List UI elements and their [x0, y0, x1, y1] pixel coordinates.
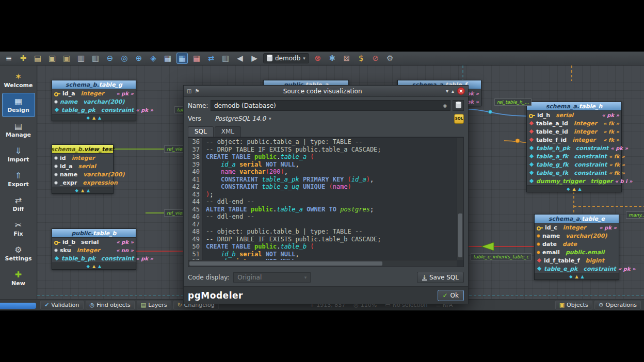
- print-model-icon[interactable]: ▥: [75, 53, 87, 64]
- table-row[interactable]: table_f_idinteger« fk »: [527, 136, 621, 144]
- tab-sql[interactable]: SQL: [188, 126, 214, 137]
- sidebar-item-export[interactable]: ⇑Export: [2, 167, 35, 191]
- tab-xml[interactable]: XML: [215, 126, 241, 137]
- sidebar-item-fix[interactable]: ✂Fix: [2, 217, 35, 241]
- statusbar-tab-validation[interactable]: ✔Validation: [40, 301, 84, 309]
- table-row[interactable]: namevarchar(200): [52, 170, 113, 178]
- database-icon-button[interactable]: [453, 100, 464, 111]
- relationship-label[interactable]: table_e_inherits_table_c: [471, 253, 532, 260]
- dialog-titlebar[interactable]: ◫ ⚑ Source code visualization ▾ ▴ ×: [184, 86, 468, 97]
- plugins-icon[interactable]: ⚙: [384, 53, 396, 64]
- database-combo[interactable]: demodb ▾: [263, 53, 309, 63]
- new-model-icon[interactable]: ✚: [18, 53, 29, 64]
- table-row[interactable]: table_e_idinteger« fk »: [527, 127, 621, 136]
- connection-point: [516, 139, 520, 143]
- table-row[interactable]: idinteger: [52, 154, 113, 162]
- name-input[interactable]: demodb (Database) ◉: [211, 100, 450, 111]
- relationship-label[interactable]: rel_table_h_...: [494, 98, 532, 106]
- sidebar-item-import[interactable]: ⇓Import: [2, 142, 35, 167]
- relationship-label[interactable]: many...: [626, 211, 644, 219]
- chevron-down-icon[interactable]: ▾: [446, 88, 448, 94]
- nav-forward-icon[interactable]: ▶: [249, 53, 260, 64]
- db-table-view_test[interactable]: schema_b.view_testidintegerid_aserialnam…: [52, 144, 114, 194]
- donate-icon[interactable]: $: [356, 53, 367, 64]
- table-row[interactable]: id_aserial: [52, 162, 113, 170]
- zoom-out-icon[interactable]: ⊖: [104, 53, 116, 64]
- clear-icon[interactable]: ◉: [443, 103, 447, 108]
- sidebar-item-new[interactable]: ✚New: [2, 266, 35, 290]
- disable-icon[interactable]: ⊘: [370, 53, 381, 64]
- table-row[interactable]: emailpublic.email: [535, 248, 619, 256]
- scrollbar-thumb[interactable]: [458, 213, 462, 257]
- arrange-objects-icon[interactable]: ▥: [220, 53, 231, 64]
- table-row[interactable]: table_e_fkconstraint« fk »: [527, 169, 621, 177]
- table-row[interactable]: datedate: [535, 240, 619, 248]
- table-row[interactable]: table_a_fkconstraint« fk »: [527, 152, 621, 160]
- code-text: name varchar(200),: [203, 168, 288, 176]
- table-row[interactable]: dummy_triggertrigger« b i »: [527, 177, 621, 185]
- column-name: table_b_pk: [61, 255, 95, 262]
- pin-icon[interactable]: ⚑: [195, 88, 199, 94]
- save-all-icon[interactable]: ▣: [61, 53, 72, 64]
- table-row[interactable]: table_g_fkconstraint« fk »: [527, 160, 621, 169]
- code-display-dropdown[interactable]: Original ▾: [233, 272, 311, 283]
- overview-icon[interactable]: ◈: [148, 53, 159, 64]
- scrollbar-thumb[interactable]: [189, 261, 382, 266]
- trash-icon[interactable]: ⊠: [341, 53, 352, 64]
- table-row[interactable]: id_ainteger« pk »: [52, 89, 136, 97]
- column-name: _expr: [60, 179, 77, 186]
- table-row[interactable]: table_a_idinteger« fk »: [527, 119, 621, 127]
- table-row[interactable]: id_bserial« pk »: [52, 238, 136, 246]
- table-row[interactable]: namevarchar(200): [535, 232, 619, 240]
- db-table-table_h[interactable]: schema_a.table_hid_hserial« pk »table_a_…: [526, 102, 622, 192]
- nav-back-icon[interactable]: ◀: [234, 53, 246, 64]
- vertical-scrollbar[interactable]: [457, 138, 463, 260]
- table-row[interactable]: table_g_pkconstraint« pk »: [52, 106, 136, 114]
- show-grid-icon[interactable]: ▦: [162, 53, 173, 64]
- statusbar-tab-operations[interactable]: ⚙Operations: [594, 301, 641, 309]
- chevron-up-icon[interactable]: ▴: [452, 88, 454, 94]
- statusbar-tab-find-objects[interactable]: ◎Find objects: [86, 301, 135, 309]
- main-menu-icon[interactable]: ≡: [3, 53, 14, 64]
- close-icon[interactable]: ×: [457, 87, 465, 95]
- table-row[interactable]: id_cinteger« pk »: [535, 223, 619, 232]
- table-row[interactable]: _exprexpression: [52, 178, 113, 187]
- table-row[interactable]: table_h_pkconstraint« pk »: [527, 144, 621, 152]
- code-text: -- DROP TABLE IF EXISTS public.table_a C…: [203, 146, 381, 154]
- model-metadata-icon[interactable]: ✱: [327, 53, 338, 64]
- statusbar-tab-layers[interactable]: ▤Layers: [137, 301, 171, 309]
- sidebar-item-manage[interactable]: ▤Manage: [2, 118, 35, 142]
- save-model-icon[interactable]: ▣: [46, 53, 58, 64]
- db-table-table_b[interactable]: public.table_bid_bserial« pk »skuinteger…: [52, 228, 136, 270]
- align-grid-icon[interactable]: ▦: [176, 53, 188, 64]
- db-table-table_g[interactable]: schema_b.table_gid_ainteger« pk »namevar…: [52, 80, 136, 121]
- code-viewer[interactable]: 36-- object: public.table_a | type: TABL…: [188, 137, 464, 267]
- table-row[interactable]: id_hserial« pk »: [527, 111, 621, 119]
- open-model-icon[interactable]: ▤: [32, 53, 43, 64]
- code-text: CONSTRAINT table_a_uq UNIQUE (name): [203, 183, 351, 191]
- table-row[interactable]: table_b_pkconstraint« pk »: [52, 254, 136, 262]
- table-row[interactable]: table_e_pkconstraint« pk »: [535, 265, 619, 273]
- page-delimiters-icon[interactable]: ▦: [191, 53, 202, 64]
- dot-icon: [54, 156, 58, 160]
- table-row[interactable]: namevarchar(200): [52, 97, 136, 106]
- horizontal-scrollbar[interactable]: [188, 260, 457, 267]
- save-sql-button[interactable]: ↓ Save SQL: [417, 272, 464, 283]
- compact-view-icon[interactable]: ⇄: [205, 53, 217, 64]
- export-image-icon[interactable]: ▥: [90, 53, 101, 64]
- close-model-icon[interactable]: ⊗: [312, 53, 324, 64]
- sidebar-item-welcome[interactable]: ✶Welcome: [2, 68, 35, 92]
- table-row[interactable]: skuinteger« nn »: [52, 246, 136, 254]
- table-row[interactable]: id_f_table_fbigint: [535, 256, 619, 265]
- sidebar-item-settings[interactable]: ⚙Settings: [2, 241, 35, 266]
- version-dropdown[interactable]: PostgreSQL 14.0 ▾: [211, 113, 276, 124]
- sidebar-item-design[interactable]: ▦Design: [2, 93, 35, 117]
- statusbar-tab-objects[interactable]: ▣Objects: [555, 301, 592, 309]
- zoom-in-icon[interactable]: ⊕: [133, 53, 144, 64]
- column-name: table_a_fk: [536, 153, 568, 160]
- sidebar-item-diff[interactable]: ⇄Diff: [2, 192, 35, 216]
- zoom-original-icon[interactable]: ◎: [119, 53, 130, 64]
- db-table-table_e[interactable]: schema_a.table_eid_cinteger« pk »namevar…: [534, 214, 619, 280]
- ok-button[interactable]: ✓ Ok: [438, 290, 464, 301]
- code-text: CREATE TABLE public.table_a (: [203, 153, 314, 161]
